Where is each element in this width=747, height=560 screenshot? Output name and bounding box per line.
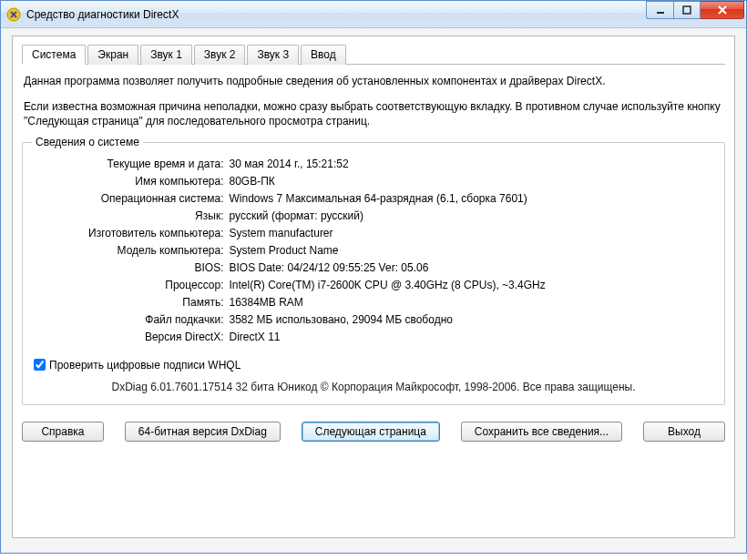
tab-label: Звук 2 [204, 48, 236, 61]
tab-sound3[interactable]: Звук 3 [247, 45, 299, 65]
info-label: Файл подкачки: [88, 311, 230, 329]
info-label: Текущие время и дата: [88, 156, 230, 173]
info-value: System manufacturer [230, 225, 546, 242]
info-value: русский (формат: русский) [230, 208, 546, 225]
minimize-button[interactable] [646, 1, 673, 19]
64bit-button[interactable]: 64-битная версия DxDiag [125, 422, 281, 442]
next-page-button[interactable]: Следующая страница [302, 422, 440, 442]
info-row: Язык:русский (формат: русский) [88, 208, 546, 225]
info-value: System Product Name [230, 242, 546, 260]
intro-p1: Данная программа позволяет получить подр… [24, 74, 723, 88]
tab-sound2[interactable]: Звук 2 [194, 45, 246, 65]
footer-text: DxDiag 6.01.7601.17514 32 бита Юникод © … [34, 381, 713, 393]
info-value: 3582 МБ использовано, 29094 МБ свободно [230, 311, 546, 329]
info-label: Операционная система: [88, 190, 230, 208]
info-row: Файл подкачки:3582 МБ использовано, 2909… [88, 311, 546, 329]
info-label: BIOS: [88, 260, 230, 277]
info-value: 30 мая 2014 г., 15:21:52 [230, 156, 546, 173]
tab-strip: Система Экран Звук 1 Звук 2 Звук 3 Ввод [22, 44, 725, 65]
tab-label: Система [32, 48, 76, 61]
info-row: Текущие время и дата:30 мая 2014 г., 15:… [88, 156, 546, 173]
tab-label: Звук 1 [150, 48, 182, 61]
tab-label: Экран [97, 48, 128, 61]
window-title: Средство диагностики DirectX [26, 8, 646, 21]
svg-rect-2 [683, 6, 691, 14]
tab-label: Ввод [311, 48, 336, 61]
info-value: Windows 7 Максимальная 64-разрядная (6.1… [230, 190, 546, 208]
whql-row: Проверить цифровые подписи WHQL [34, 359, 713, 372]
system-info-group: Сведения о системе Текущие время и дата:… [22, 142, 725, 405]
info-label: Память: [88, 294, 230, 311]
button-label: Следующая страница [315, 425, 426, 438]
titlebar: Средство диагностики DirectX [1, 1, 746, 28]
info-label: Версия DirectX: [88, 329, 230, 346]
info-value: DirectX 11 [230, 329, 546, 346]
tab-sound1[interactable]: Звук 1 [140, 45, 192, 65]
whql-label: Проверить цифровые подписи WHQL [49, 359, 240, 372]
whql-checkbox[interactable] [34, 359, 46, 371]
info-label: Изготовитель компьютера: [88, 225, 230, 242]
save-all-button[interactable]: Сохранить все сведения... [461, 422, 622, 442]
button-label: Выход [668, 425, 701, 438]
window-controls [646, 1, 744, 19]
info-row: Имя компьютера:80GB-ПК [88, 173, 546, 190]
info-value: BIOS Date: 04/24/12 09:55:25 Ver: 05.06 [230, 260, 546, 277]
button-label: 64-битная версия DxDiag [138, 425, 267, 438]
dxdiag-icon [6, 7, 21, 22]
info-row: Операционная система:Windows 7 Максималь… [88, 190, 546, 208]
maximize-button[interactable] [673, 1, 701, 19]
help-button[interactable]: Справка [22, 422, 104, 442]
info-table: Текущие время и дата:30 мая 2014 г., 15:… [88, 156, 546, 346]
client-area: Система Экран Звук 1 Звук 2 Звук 3 Ввод … [1, 28, 746, 553]
info-label: Модель компьютера: [88, 242, 230, 260]
button-bar: Справка 64-битная версия DxDiag Следующа… [22, 422, 725, 442]
info-value: Intel(R) Core(TM) i7-2600K CPU @ 3.40GHz… [230, 277, 546, 294]
tab-system[interactable]: Система [22, 45, 86, 65]
tab-label: Звук 3 [257, 48, 289, 61]
info-row: Модель компьютера:System Product Name [88, 242, 546, 260]
tab-screen[interactable]: Экран [87, 45, 138, 65]
button-label: Сохранить все сведения... [475, 425, 609, 438]
group-title: Сведения о системе [32, 136, 143, 148]
info-row: Версия DirectX:DirectX 11 [88, 329, 546, 346]
button-label: Справка [41, 425, 84, 438]
info-label: Процессор: [88, 277, 230, 294]
close-button[interactable] [701, 1, 744, 19]
app-window: Средство диагностики DirectX Система Экр… [0, 0, 747, 554]
intro-p2: Если известна возможная причина неполадк… [24, 99, 723, 128]
exit-button[interactable]: Выход [643, 422, 725, 442]
main-panel: Система Экран Звук 1 Звук 2 Звук 3 Ввод … [12, 36, 735, 538]
tab-input[interactable]: Ввод [301, 45, 346, 65]
info-row: Память:16384MB RAM [88, 294, 546, 311]
info-value: 80GB-ПК [230, 173, 546, 190]
info-row: Процессор:Intel(R) Core(TM) i7-2600K CPU… [88, 277, 546, 294]
info-row: Изготовитель компьютера:System manufactu… [88, 225, 546, 242]
info-value: 16384MB RAM [230, 294, 546, 311]
info-row: BIOS:BIOS Date: 04/24/12 09:55:25 Ver: 0… [88, 260, 546, 277]
info-label: Имя компьютера: [88, 173, 230, 190]
info-label: Язык: [88, 208, 230, 225]
